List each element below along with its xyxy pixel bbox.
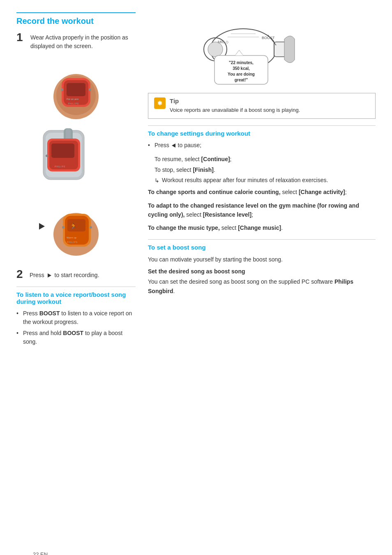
svg-point-8 [89, 88, 91, 91]
svg-text:PHILIPS: PHILIPS [68, 102, 79, 105]
subsection-title-boost-song: To set a boost song [148, 239, 376, 251]
page-footer: 22 EN [33, 551, 48, 555]
svg-text:PHILIPS: PHILIPS [67, 241, 78, 243]
indent-finish: To stop, select [Finish]. [154, 165, 376, 174]
boost-para-1: You can motivate yourself by starting th… [148, 255, 376, 264]
svg-text:Put on arm: Put on arm [67, 98, 78, 100]
tip-box: ✱ Tip Voice reports are unavailable if a… [148, 93, 376, 119]
change-settings-bullet-list: Press to pause; [148, 141, 376, 150]
step-2-text: Press to start recording. [30, 269, 99, 280]
section-title-left: Record the workout [16, 12, 136, 26]
device-illustration-2: PHILIPS [35, 126, 117, 188]
svg-text:You are doing: You are doing [228, 72, 255, 76]
step-1-number: 1 [16, 32, 26, 51]
listen-bullet-1: Press BOOST to listen to a voice report … [16, 309, 136, 326]
para-resistance-level: To adapt to the changed resistance level… [148, 201, 376, 220]
listen-bullet-list: Press BOOST to listen to a voice report … [16, 309, 136, 346]
para-change-music: To change the music type, select [Change… [148, 223, 376, 232]
para-change-sports: To change sports and continue calorie co… [148, 187, 376, 197]
play-arrow-indicator [39, 223, 45, 230]
listen-bullet-2: Press and hold BOOST to play a boost son… [16, 329, 136, 346]
svg-rect-15 [51, 143, 74, 158]
svg-text:Warm up: Warm up [67, 236, 77, 239]
svg-point-7 [61, 88, 63, 91]
svg-text:"22 minutes,: "22 minutes, [229, 60, 254, 65]
svg-point-29 [208, 42, 223, 57]
back-arrow-icon [172, 143, 175, 148]
step-2-number: 2 [16, 268, 26, 280]
subsection-title-change-settings: To change settings during workout [148, 125, 376, 137]
svg-text:PHILIPS: PHILIPS [55, 165, 65, 168]
tip-text: Voice reports are unavailable if a boost… [170, 106, 300, 114]
device-diagram-top: MIC ◇ BOOST "22 [148, 12, 376, 86]
tip-icon: ✱ [154, 97, 166, 109]
step-1-text: Wear Activa properly in the position as … [30, 32, 136, 51]
svg-text:MIC ◇: MIC ◇ [218, 40, 228, 44]
svg-text:350 kcal,: 350 kcal, [233, 66, 250, 71]
svg-text:🏃: 🏃 [70, 223, 77, 230]
device-illustration-3: 🏃 Warm up PHILIPS [35, 192, 117, 262]
change-settings-bullet-1: Press to pause; [148, 141, 376, 150]
arrow-bullet-workout-results: ↳ Workout results appear after four minu… [154, 176, 376, 185]
play-icon-inline [48, 273, 51, 278]
svg-text:BOOST: BOOST [262, 36, 275, 40]
svg-point-25 [62, 226, 65, 229]
subsection-title-listen: To listen to a voice report/boost song d… [16, 287, 136, 305]
tip-label: Tip [170, 97, 300, 104]
svg-text:great!": great!" [235, 78, 248, 82]
indent-continue: To resume, select [Continue]; [154, 155, 376, 164]
device-illustration-1: Put on arm PHILIPS [35, 56, 117, 122]
svg-point-26 [90, 226, 92, 229]
svg-point-17 [46, 155, 48, 157]
boost-heading: Set the desired song as boost song [148, 268, 376, 275]
svg-rect-4 [67, 83, 85, 96]
boost-para-2: You can set the desired song as boost so… [148, 277, 376, 296]
